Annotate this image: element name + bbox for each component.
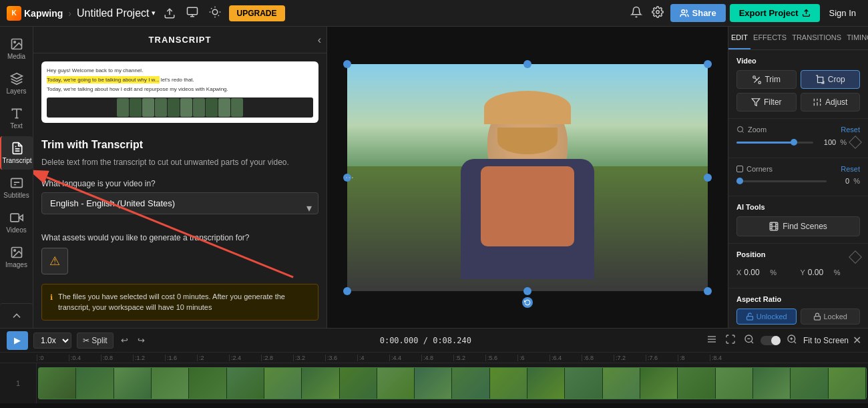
timecode-display: 0:00.000 / 0:08.240 [380,336,471,345]
more-items[interactable] [0,303,33,328]
filter-button[interactable]: Filter [736,93,797,112]
find-scenes-button[interactable]: Find Scenes [736,216,860,236]
corner-handle-mr[interactable] [704,174,712,182]
preview-line1: Hey guys! Welcome back to my channel. [47,67,313,74]
sidebar: Media Layers Text Transcript Subtitles V… [0,27,33,328]
zoom-reset-button[interactable]: Reset [841,126,860,134]
corners-icon [736,166,743,172]
notifications-button[interactable] [628,3,645,23]
sidebar-item-videos[interactable]: Videos [0,206,33,239]
video-canvas[interactable] [347,64,708,291]
trim-button[interactable]: Trim [736,70,797,89]
project-name-breadcrumb[interactable]: Untitled Project ▾ [77,7,156,19]
signin-button[interactable]: Sign In [824,4,861,22]
svg-rect-44 [814,317,820,321]
corners-pct: % [853,177,860,185]
split-button[interactable]: ✂ Split [77,333,114,349]
ruler-mark-13: :5.2 [453,355,485,361]
corner-handle-br[interactable] [704,287,712,295]
ruler-mark-19: :7.6 [646,355,678,361]
corner-handle-bm[interactable] [523,287,531,295]
tab-edit[interactable]: EDIT [728,27,750,49]
assets-label: What assets would you like to generate a… [41,233,318,242]
ruler-marks: :0 :0.4 :0.8 :1.2 :1.6 :2 :2.4 :2.8 :3.2… [37,355,742,361]
tab-timing[interactable]: TIMING [844,27,868,49]
sidebar-item-layers[interactable]: Layers [0,67,33,100]
transcript-collapse-button[interactable]: ‹ [318,34,321,46]
y-input[interactable] [808,268,831,277]
ruler-mark-4: :1.6 [165,355,197,361]
position-diamond-button[interactable] [849,250,862,264]
speed-select[interactable]: 1.0x 0.5x 1.5x 2.0x [33,333,71,349]
rotate-handle[interactable] [522,297,533,308]
ruler-mark-6: :2.4 [229,355,261,361]
export-button[interactable]: Export Project [730,4,820,22]
corners-slider[interactable] [736,180,827,182]
sidebar-item-text[interactable]: Text [0,101,33,135]
language-select-wrapper: English - English (United States) [41,192,318,224]
adjust-button[interactable]: Adjust [801,93,861,112]
svg-point-25 [13,250,15,252]
corner-handle-tr[interactable] [704,60,712,68]
share-button[interactable]: Share [670,4,726,22]
position-title: Position [736,250,765,258]
lock-icon [813,313,821,321]
monitor-button[interactable] [184,3,201,23]
locked-button[interactable]: Locked [801,309,861,325]
ruler-mark-15: :6 [517,355,550,361]
sidebar-item-images[interactable]: Images [0,240,33,274]
undo-button[interactable]: ↩ [119,333,130,347]
unlocked-button[interactable]: Unlocked [736,309,797,325]
corners-reset-button[interactable]: Reset [841,165,860,173]
logo-icon: K [7,6,21,21]
info-text: The files you have selected will cost 0 … [58,291,310,313]
zoom-in-timeline-button[interactable] [785,332,799,349]
corner-handle-bl[interactable] [343,287,351,295]
play-button[interactable]: ▶ [7,331,28,350]
redo-button[interactable]: ↪ [136,333,147,347]
transcript-preview-card: Hey guys! Welcome back to my channel. To… [41,61,318,123]
zoom-out-timeline-button[interactable] [742,332,756,349]
svg-point-4 [212,9,218,15]
upgrade-button[interactable]: UPGRADE [229,5,285,21]
close-timeline-button[interactable]: ✕ [853,334,861,347]
ruler-mark-0: :0 [37,355,69,361]
tab-transitions[interactable]: TRANSITIONS [789,27,844,49]
videos-icon [10,211,23,224]
corner-handle-tm[interactable] [523,60,531,68]
video-more-button[interactable]: ··· [345,172,354,184]
transcript-body: Trim with Transcript Delete text from th… [33,131,327,328]
timeline-track-area: 1 [0,363,868,403]
zoom-slider[interactable] [736,142,813,144]
fit-to-screen-button[interactable]: Fit to Screen [803,336,849,345]
settings-button[interactable] [649,3,666,23]
corners-slider-row: 0 % [736,177,860,185]
zoom-to-fit-timeline-button[interactable] [723,332,738,349]
zoom-diamond-button[interactable] [849,136,862,149]
topbar-actions: Share Export Project Sign In [628,3,861,23]
split-tracks-icon [706,334,717,345]
sidebar-item-transcript[interactable]: Transcript [0,136,33,170]
x-input[interactable] [744,268,767,277]
zoom-slider-toggle[interactable] [761,336,781,345]
trim-desc: Delete text from the transcript to cut o… [41,156,318,168]
sidebar-item-media[interactable]: Media [0,32,33,65]
corner-handle-tl[interactable] [343,60,351,68]
track-content-1[interactable] [37,363,868,403]
ruler-mark-11: :4.4 [389,355,421,361]
warning-icon: ⚠ [49,254,60,268]
svg-point-15 [13,41,15,43]
video-track-strip[interactable] [38,367,867,399]
ruler-mark-10: :4 [357,355,389,361]
language-label: What language is your video in? [41,179,318,188]
split-tracks-button[interactable] [704,332,719,349]
language-select[interactable]: English - English (United States) [41,192,318,214]
timeline-area: ▶ 1.0x 0.5x 1.5x 2.0x ✂ Split ↩ ↪ 0:00.0… [0,328,868,408]
images-icon [10,246,23,259]
tab-effects[interactable]: EFFECTS [750,27,789,49]
crop-button[interactable]: Crop [801,70,861,89]
upload-button[interactable] [161,5,178,22]
brightness-button[interactable] [206,3,224,23]
sidebar-item-subtitles[interactable]: Subtitles [0,171,33,204]
ruler-mark-1: :0.4 [69,355,101,361]
